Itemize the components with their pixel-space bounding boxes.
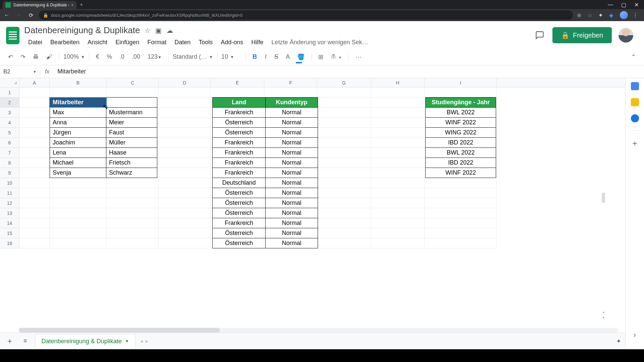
cell[interactable] xyxy=(19,87,50,98)
cell[interactable] xyxy=(19,228,50,238)
cell[interactable] xyxy=(159,148,211,158)
reload-icon[interactable]: ⟳ xyxy=(27,12,35,18)
cell[interactable] xyxy=(371,178,425,188)
customer-type-cell[interactable]: Normal xyxy=(266,238,318,248)
comments-icon[interactable] xyxy=(534,29,546,41)
menu-view[interactable]: Ansicht xyxy=(84,38,111,47)
cell[interactable] xyxy=(159,98,211,108)
cell[interactable] xyxy=(317,138,371,148)
column-header-I[interactable]: I xyxy=(425,78,497,87)
window-close-icon[interactable]: ✕ xyxy=(634,2,639,8)
cell[interactable] xyxy=(159,198,211,208)
close-tab-icon[interactable]: × xyxy=(71,2,74,8)
cell[interactable] xyxy=(371,98,425,108)
cell[interactable] xyxy=(317,228,371,238)
country-cell[interactable]: Frankreich xyxy=(213,218,266,228)
cell[interactable] xyxy=(159,228,211,238)
horizontal-scrollbar-thumb[interactable] xyxy=(19,328,220,333)
cell[interactable] xyxy=(107,178,159,188)
merge-cells-button[interactable]: ⫚ ▼ xyxy=(328,51,344,62)
row-header-6[interactable]: 6 xyxy=(0,138,19,148)
cell[interactable] xyxy=(107,218,159,228)
column-header-B[interactable]: B xyxy=(50,78,107,87)
document-title[interactable]: Datenbereinigung & Duplikate xyxy=(24,25,140,36)
all-sheets-button[interactable]: ≡ xyxy=(20,338,31,345)
strikethrough-button[interactable]: S xyxy=(272,51,281,62)
cell[interactable] xyxy=(159,208,211,218)
row-header-16[interactable]: 16 xyxy=(0,238,19,248)
cell[interactable] xyxy=(317,148,371,158)
cell[interactable] xyxy=(371,108,425,118)
cell[interactable] xyxy=(371,128,425,138)
cell[interactable] xyxy=(371,208,425,218)
forward-icon[interactable]: → xyxy=(15,12,23,18)
row-header-15[interactable]: 15 xyxy=(0,228,19,238)
format-percent-button[interactable]: % xyxy=(104,51,115,62)
customer-type-cell[interactable]: Normal xyxy=(266,148,318,158)
cell[interactable] xyxy=(50,238,107,248)
country-cell[interactable]: Österreich xyxy=(213,128,266,138)
study-year-cell[interactable]: WINF 2022 xyxy=(426,168,496,178)
menu-help[interactable]: Hilfe xyxy=(247,38,267,47)
country-cell[interactable]: Österreich xyxy=(213,238,266,248)
customer-type-cell[interactable]: Normal xyxy=(266,108,318,118)
customer-type-header[interactable]: Kundentyp xyxy=(266,98,318,108)
text-color-button[interactable]: A xyxy=(283,51,292,62)
cell[interactable] xyxy=(19,188,50,198)
extension-app-icon[interactable]: ◆ xyxy=(609,12,615,18)
employee-first[interactable]: Joachim xyxy=(50,138,106,148)
keep-panel-icon[interactable] xyxy=(631,98,639,106)
cell[interactable] xyxy=(159,218,211,228)
undo-button[interactable]: ↶ xyxy=(5,51,16,63)
cell[interactable] xyxy=(19,178,50,188)
row-header-5[interactable]: 5 xyxy=(0,128,19,138)
cell[interactable] xyxy=(50,188,107,198)
country-cell[interactable]: Österreich xyxy=(213,118,266,128)
row-header-8[interactable]: 8 xyxy=(0,158,19,168)
cell[interactable] xyxy=(19,98,50,108)
sheet-tab-menu-icon[interactable]: ▼ xyxy=(125,339,129,344)
decrease-decimal-button[interactable]: .0 xyxy=(117,51,127,62)
customer-type-cell[interactable]: Normal xyxy=(266,168,318,178)
customer-type-cell[interactable]: Normal xyxy=(266,118,318,128)
cell[interactable] xyxy=(19,208,50,218)
add-panel-icon[interactable]: + xyxy=(632,139,637,148)
cell[interactable] xyxy=(317,198,371,208)
customer-type-cell[interactable]: Normal xyxy=(266,158,318,168)
cell[interactable] xyxy=(317,168,371,178)
study-year-cell[interactable]: IBD 2022 xyxy=(426,138,496,148)
employee-table[interactable]: Mitarbeiter MaxMustermannAnnaMeierJürgen… xyxy=(50,97,157,178)
study-year-cell[interactable]: WINF 2022 xyxy=(426,118,496,128)
font-dropdown[interactable]: Standard (… ▼ xyxy=(173,53,213,60)
cell[interactable] xyxy=(371,148,425,158)
cell[interactable] xyxy=(19,108,50,118)
cell[interactable] xyxy=(50,228,107,238)
customer-type-cell[interactable]: Normal xyxy=(266,198,318,208)
cell[interactable] xyxy=(19,138,50,148)
cell[interactable] xyxy=(19,118,50,128)
cell[interactable] xyxy=(425,178,497,188)
cell[interactable] xyxy=(107,188,159,198)
cell[interactable] xyxy=(317,87,371,98)
cell[interactable] xyxy=(317,218,371,228)
country-cell[interactable]: Frankreich xyxy=(213,168,266,178)
cell[interactable] xyxy=(19,238,50,248)
cell[interactable] xyxy=(317,178,371,188)
cell[interactable] xyxy=(107,198,159,208)
paint-format-button[interactable]: 🖌 xyxy=(44,51,55,62)
country-cell[interactable]: Österreich xyxy=(213,198,266,208)
sheets-logo[interactable] xyxy=(4,24,21,47)
cell[interactable] xyxy=(371,168,425,178)
select-all-corner[interactable] xyxy=(0,78,19,87)
bookmark-star-icon[interactable]: ☆ xyxy=(588,12,594,18)
employee-first[interactable]: Michael xyxy=(50,158,106,168)
cell[interactable] xyxy=(159,188,211,198)
cell[interactable] xyxy=(317,128,371,138)
cell[interactable] xyxy=(425,198,497,208)
new-tab-button[interactable]: + xyxy=(80,2,83,8)
row-header-13[interactable]: 13 xyxy=(0,208,19,218)
print-button[interactable]: 🖶 xyxy=(30,51,42,62)
menu-format[interactable]: Format xyxy=(143,38,170,47)
customer-type-cell[interactable]: Normal xyxy=(266,218,318,228)
zoom-dropdown[interactable]: 100% ▼ xyxy=(63,53,85,60)
